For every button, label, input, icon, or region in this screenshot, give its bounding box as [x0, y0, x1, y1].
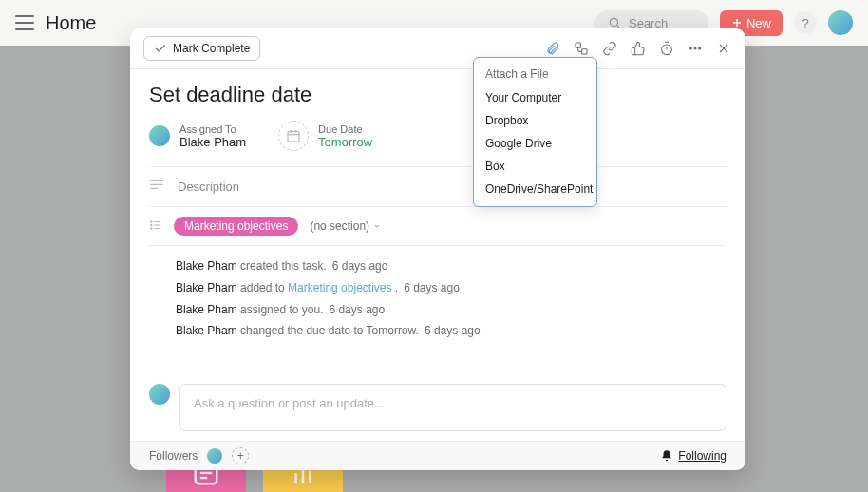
user-avatar[interactable]: [828, 10, 853, 35]
due-date-value: Tomorrow: [318, 135, 372, 149]
svg-point-17: [694, 47, 696, 49]
new-button-label: New: [746, 16, 771, 30]
svg-rect-11: [576, 43, 580, 47]
section-selector[interactable]: (no section): [310, 219, 381, 233]
projects-icon: [149, 218, 162, 235]
task-body: Set deadline date Assigned To Blake Pham…: [130, 69, 745, 376]
task-activity: Blake Pham created this task.6 days agoB…: [149, 246, 726, 342]
like-icon[interactable]: [630, 40, 647, 57]
activity-link[interactable]: Marketing objectives: [288, 281, 391, 294]
following-button[interactable]: Following: [660, 449, 726, 463]
attach-menu: Attach a File Your ComputerDropboxGoogle…: [473, 57, 597, 207]
task-toolbar: Mark Complete: [130, 28, 745, 69]
close-icon[interactable]: [715, 40, 732, 57]
svg-point-0: [610, 18, 617, 26]
comment-input[interactable]: Ask a question or post an update...: [179, 384, 726, 431]
svg-rect-12: [582, 49, 587, 54]
assignee-field[interactable]: Assigned To Blake Pham: [149, 123, 246, 149]
section-label: (no section): [310, 219, 369, 233]
activity-line: Blake Pham created this task.6 days ago: [176, 255, 726, 277]
assignee-value: Blake Pham: [179, 135, 246, 149]
activity-line: Blake Pham changed the due date to Tomor…: [176, 320, 726, 342]
menu-icon[interactable]: [15, 15, 34, 30]
calendar-icon: [278, 121, 309, 151]
attach-menu-item[interactable]: Your Computer: [474, 86, 596, 109]
attach-menu-item[interactable]: Box: [474, 155, 596, 178]
task-modal: Mark Complete: [130, 28, 745, 470]
follower-avatar[interactable]: [207, 448, 222, 464]
mark-complete-label: Mark Complete: [173, 42, 250, 55]
help-button[interactable]: ?: [794, 11, 817, 34]
svg-point-28: [151, 220, 152, 221]
svg-point-18: [699, 47, 701, 49]
assignee-avatar: [149, 125, 170, 146]
copy-link-icon[interactable]: [601, 40, 618, 57]
svg-rect-21: [288, 131, 299, 142]
project-chip[interactable]: Marketing objectives: [174, 217, 298, 236]
description-placeholder: Description: [178, 180, 239, 194]
projects-row: Marketing objectives (no section): [149, 206, 726, 246]
comment-area: Ask a question or post an update...: [130, 376, 745, 441]
attach-menu-item[interactable]: Google Drive: [474, 132, 596, 155]
svg-point-32: [151, 227, 152, 228]
attach-menu-item[interactable]: OneDrive/SharePoint: [474, 178, 596, 200]
task-footer: Followers + Following: [130, 441, 745, 470]
timer-icon[interactable]: [658, 40, 675, 57]
svg-point-30: [151, 224, 152, 225]
svg-point-16: [689, 47, 691, 49]
attach-menu-item[interactable]: Dropbox: [474, 109, 596, 132]
activity-line: Blake Pham assigned to you.6 days ago: [176, 299, 726, 321]
attach-icon[interactable]: [544, 40, 561, 57]
activity-line: Blake Pham added to Marketing objectives…: [176, 277, 726, 299]
attach-menu-title: Attach a File: [474, 64, 596, 86]
mark-complete-button[interactable]: Mark Complete: [143, 36, 260, 61]
page-title: Home: [46, 12, 96, 34]
svg-line-1: [617, 26, 620, 28]
description-field[interactable]: Description: [149, 166, 726, 206]
more-icon[interactable]: [687, 40, 704, 57]
due-date-label: Due Date: [318, 123, 372, 135]
following-label: Following: [678, 449, 726, 463]
add-follower-button[interactable]: +: [232, 447, 249, 464]
due-date-field[interactable]: Due Date Tomorrow: [278, 121, 372, 151]
subtask-icon[interactable]: [573, 40, 590, 57]
followers-label: Followers: [149, 449, 198, 463]
svg-point-13: [662, 45, 672, 55]
task-title[interactable]: Set deadline date: [149, 83, 726, 107]
assignee-label: Assigned To: [179, 123, 246, 135]
commenter-avatar: [149, 384, 170, 405]
description-icon: [149, 179, 164, 195]
